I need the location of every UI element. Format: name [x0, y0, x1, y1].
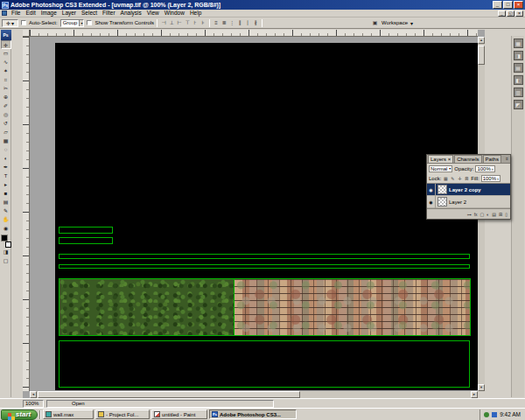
tab-paths[interactable]: Paths [483, 155, 501, 163]
menu-select[interactable]: Select [79, 10, 100, 17]
lock-position-icon[interactable]: ✛ [457, 176, 462, 181]
layer-style-icon[interactable]: fx [474, 210, 478, 219]
taskbar-button-wall-max[interactable]: wall.max [43, 410, 94, 419]
screen-mode-button[interactable]: ▢ [1, 256, 11, 265]
distribute-right-icon[interactable]: ∦ [252, 19, 259, 26]
background-color-swatch[interactable] [5, 242, 11, 248]
auto-select-checkbox[interactable] [21, 20, 26, 25]
mdi-minimize-button[interactable]: _ [498, 10, 506, 17]
brush-tool-button[interactable]: ✐ [1, 102, 11, 110]
lock-pixels-icon[interactable]: ✎ [450, 176, 455, 181]
scroll-left-arrow-icon[interactable]: ◄ [30, 391, 37, 398]
distribute-v-center-icon[interactable]: ≣ [220, 19, 228, 26]
menu-view[interactable]: View [144, 10, 162, 17]
align-bottom-icon[interactable]: ⊧ [200, 19, 206, 26]
palette-well-icon[interactable]: ▣ [371, 19, 379, 26]
layer-group-icon[interactable]: ▤ [492, 210, 496, 219]
layer-name[interactable]: Layer 2 [449, 200, 466, 205]
gradient-tool-button[interactable]: ▦ [1, 136, 11, 145]
opacity-value[interactable]: 100% › [475, 165, 494, 172]
distribute-top-icon[interactable]: ≡ [213, 19, 220, 26]
menu-file[interactable]: File [9, 10, 23, 17]
hand-tool-button[interactable]: ✋ [1, 215, 11, 224]
dock-panel-icon[interactable]: ▦ [514, 38, 523, 48]
layer-thumbnail[interactable] [438, 185, 447, 194]
foreground-color-swatch[interactable] [1, 234, 8, 242]
type-tool-button[interactable]: T [1, 172, 11, 180]
auto-select-dropdown[interactable]: Group ▾ [60, 19, 85, 27]
show-transform-checkbox[interactable] [87, 20, 92, 25]
pen-tool-button[interactable]: ✒ [1, 163, 11, 172]
dock-panel-icon[interactable]: ◧ [514, 75, 523, 85]
shape-tool-button[interactable]: ■ [1, 189, 11, 198]
align-left-icon[interactable]: ⊣ [160, 19, 167, 26]
chevron-down-icon[interactable]: ▾ [410, 20, 413, 26]
align-top-icon[interactable]: ⊤ [184, 19, 191, 26]
horizontal-scrollbar-thumb[interactable] [38, 391, 300, 398]
tab-channels[interactable]: Channels [454, 155, 481, 163]
tray-icon[interactable] [484, 412, 489, 417]
scroll-right-arrow-icon[interactable]: ► [471, 391, 478, 398]
lock-transparent-icon[interactable]: ▦ [443, 176, 448, 181]
menu-analysis[interactable]: Analysis [118, 10, 144, 17]
eraser-tool-button[interactable]: ▱ [1, 128, 11, 136]
workspace-label[interactable]: Workspace [382, 20, 408, 25]
menu-edit[interactable]: Edit [23, 10, 38, 17]
notes-tool-button[interactable]: ▤ [1, 198, 11, 206]
zoom-level[interactable]: 100% [23, 400, 44, 408]
menu-image[interactable]: Image [38, 10, 60, 17]
menu-help[interactable]: Help [187, 10, 204, 17]
align-v-center-icon[interactable]: ⊦ [192, 19, 199, 26]
eyedropper-tool-button[interactable]: ✎ [1, 206, 11, 215]
crop-tool-button[interactable]: ⌗ [1, 75, 11, 84]
panel-menu-icon[interactable]: ≡ [505, 155, 509, 163]
slice-tool-button[interactable]: ✂ [1, 84, 11, 93]
maximize-button[interactable]: □ [503, 1, 513, 9]
path-selection-tool-button[interactable]: ▸ [1, 180, 11, 189]
menu-window[interactable]: Window [162, 10, 187, 17]
dock-panel-icon[interactable]: ◨ [514, 51, 523, 60]
tray-icon[interactable] [492, 412, 497, 417]
menu-layer[interactable]: Layer [60, 10, 79, 17]
close-button[interactable]: × [514, 1, 523, 9]
new-layer-icon[interactable]: ⊞ [499, 210, 502, 219]
horizontal-scrollbar[interactable]: ◄ ► [30, 391, 478, 398]
link-layers-icon[interactable]: ⊶ [467, 210, 472, 219]
taskbar-button-project-folder[interactable]: - Project Fol... [95, 410, 150, 419]
lock-all-icon[interactable]: ⊠ [464, 176, 469, 181]
clone-stamp-tool-button[interactable]: ◎ [1, 110, 11, 119]
menu-filter[interactable]: Filter [100, 10, 117, 17]
quick-selection-tool-button[interactable]: ✶ [1, 66, 11, 75]
blend-mode-dropdown[interactable]: Normal ▾ [429, 165, 452, 172]
distribute-h-center-icon[interactable]: ∣ [244, 19, 251, 26]
adjustment-layer-icon[interactable]: ◐ [486, 210, 489, 219]
visibility-eye-icon[interactable]: ◉ [427, 184, 436, 196]
marquee-tool-button[interactable]: ▭ [1, 49, 11, 58]
mdi-close-button[interactable]: × [515, 10, 523, 17]
blur-tool-button[interactable]: ◌ [1, 145, 11, 154]
dock-panel-icon[interactable]: ◩ [514, 100, 523, 109]
distribute-left-icon[interactable]: ∥ [236, 19, 243, 26]
start-button[interactable]: start [1, 410, 38, 420]
dodge-tool-button[interactable]: ◐ [1, 154, 11, 163]
align-right-icon[interactable]: ⊢ [176, 19, 183, 26]
quick-mask-button[interactable]: ◨ [1, 248, 11, 256]
tab-layers[interactable]: Layers × [428, 155, 453, 163]
layer-name[interactable]: Layer 2 copy [449, 187, 481, 192]
vertical-scrollbar-thumb[interactable] [478, 46, 485, 65]
healing-brush-tool-button[interactable]: ⊕ [1, 93, 11, 102]
align-h-center-icon[interactable]: ⊥ [168, 19, 175, 26]
mdi-restore-button[interactable]: ◱ [507, 10, 514, 17]
move-tool-button[interactable]: ✛ [1, 40, 11, 49]
layer-thumbnail[interactable] [438, 197, 447, 206]
layer-row[interactable]: ◉ Layer 2 [427, 196, 510, 208]
layer-row[interactable]: ◉ Layer 2 copy [427, 184, 510, 196]
scroll-down-arrow-icon[interactable]: ▼ [478, 384, 485, 391]
distribute-bottom-icon[interactable]: ⋮ [228, 19, 235, 26]
layer-mask-icon[interactable]: ▢ [480, 210, 485, 219]
dock-panel-icon[interactable]: ▤ [514, 63, 523, 73]
taskbar-button-paint[interactable]: untitled - Paint [151, 410, 207, 419]
dock-panel-icon[interactable]: ▥ [514, 88, 523, 97]
visibility-eye-icon[interactable]: ◉ [427, 196, 436, 208]
taskbar-button-photoshop[interactable]: Ps Adobe Photoshop CS3... [209, 410, 297, 419]
